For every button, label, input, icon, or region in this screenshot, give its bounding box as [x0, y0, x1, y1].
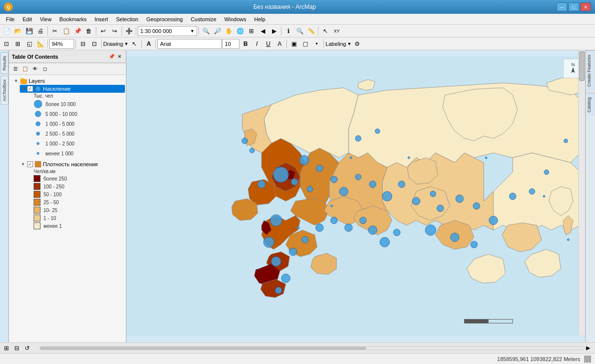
menu-windows[interactable]: Windows [220, 15, 250, 23]
menu-selection[interactable]: Selection [112, 15, 142, 23]
tb2-btn1[interactable]: ⊡ [1, 38, 12, 49]
layer2-checkbox[interactable] [27, 161, 33, 167]
redo-button[interactable]: ↪ [109, 26, 120, 36]
zoom-out-button[interactable]: 🔎 [212, 26, 223, 36]
labeling-dropdown[interactable]: ▼ [347, 41, 352, 46]
svg-point-86 [356, 136, 361, 142]
minimize-button[interactable]: – [556, 2, 567, 11]
labeling-label: Labeling [325, 41, 346, 47]
copy-button[interactable]: 📋 [61, 26, 72, 36]
data-view-btn[interactable]: ⊟ [12, 344, 21, 353]
main-area: Results ArcToolbox Table Of Contents 📌 ✕… [0, 50, 595, 342]
layer2-header[interactable]: ▼ Плотность населения [20, 160, 125, 168]
zoom-in-button[interactable]: 🔍 [200, 26, 211, 36]
menu-insert[interactable]: Insert [90, 15, 112, 23]
svg-point-74 [275, 287, 282, 294]
layout-view-btn[interactable]: ⊞ [2, 344, 11, 353]
measure-button[interactable]: 📏 [306, 26, 317, 36]
russia-regions [126, 56, 585, 336]
close-button[interactable]: ✕ [580, 2, 591, 11]
toc-pin-button[interactable]: 📌 [108, 53, 115, 60]
italic-btn[interactable]: I [251, 38, 262, 49]
drawing-label: Drawing [103, 41, 123, 47]
toc-close-button[interactable]: ✕ [116, 53, 123, 60]
print-button[interactable]: 🖨 [35, 26, 46, 36]
select-button[interactable]: ↖ [320, 26, 331, 36]
toc-display-btn[interactable]: 👁 [31, 65, 40, 73]
extent-buttons[interactable]: ⊞ [246, 26, 257, 36]
underline-btn[interactable]: U [263, 38, 274, 49]
text-btn[interactable]: A [143, 38, 154, 49]
new-button[interactable]: 📄 [1, 26, 12, 36]
paste-button[interactable]: 📌 [72, 26, 83, 36]
menu-customize[interactable]: Customize [187, 15, 220, 23]
pan-button[interactable]: ✋ [223, 26, 234, 36]
bold-btn[interactable]: B [240, 38, 251, 49]
toc-selection-btn[interactable]: ◻ [40, 65, 49, 73]
outline-btn[interactable]: ▢ [300, 38, 311, 49]
font-color-btn[interactable]: A [274, 38, 285, 49]
font-input[interactable] [158, 39, 222, 49]
svg-point-81 [368, 226, 377, 235]
menu-edit[interactable]: Edit [19, 15, 36, 23]
tb2-btn5[interactable]: ⊟ [78, 38, 88, 49]
identify-button[interactable]: ℹ [283, 26, 294, 36]
globe-view-btn[interactable]: ↺ [23, 344, 32, 353]
svg-rect-0 [21, 79, 27, 84]
scroll-right-btn[interactable]: ▶ [586, 345, 593, 351]
create-features-tab[interactable]: Create Features [586, 50, 595, 91]
find-button[interactable]: 🔍 [294, 26, 305, 36]
toc-controls: 📌 ✕ [108, 53, 123, 60]
maximize-button[interactable]: □ [568, 2, 579, 11]
density-color-6 [34, 215, 40, 221]
status-resize-grip[interactable] [584, 356, 591, 363]
tb2-btn4[interactable]: 📐 [35, 38, 46, 49]
tb2-btn6[interactable]: ⊡ [89, 38, 100, 49]
svg-point-2 [36, 86, 40, 91]
toc-list-btn[interactable]: ☰ [11, 65, 20, 73]
map-area[interactable]: N [126, 50, 585, 342]
layers-label: Layers [29, 78, 45, 84]
scale-input[interactable]: 1:30 000 000 ▼ [138, 26, 197, 36]
menu-geoprocessing[interactable]: Geoprocessing [142, 15, 187, 23]
save-button[interactable]: 💾 [24, 26, 35, 36]
menu-bookmarks[interactable]: Bookmarks [55, 15, 90, 23]
xy-button[interactable]: XY [331, 26, 342, 36]
zoom-input[interactable] [49, 39, 74, 49]
results-tab[interactable]: Results [0, 52, 8, 74]
catalog-tab[interactable]: Catalog [586, 93, 595, 116]
layer1-checkbox[interactable] [27, 86, 33, 92]
map-scrollbar-thumb-v[interactable] [579, 51, 585, 81]
cut-button[interactable]: ✂ [49, 26, 60, 36]
layers-header[interactable]: ▼ Layers [13, 77, 125, 85]
map-scrollbar-vertical[interactable] [578, 50, 585, 335]
menu-file[interactable]: File [2, 15, 19, 23]
tb2-btn3[interactable]: ◱ [24, 38, 35, 49]
add-data-button[interactable]: ➕ [123, 26, 134, 36]
density-label-3: 50 - 100 [43, 192, 62, 197]
toc-source-btn[interactable]: 📋 [21, 65, 30, 73]
drawing-dropdown[interactable]: ▼ [124, 41, 128, 46]
scale-dropdown-icon[interactable]: ▼ [190, 29, 195, 34]
fontsize-input[interactable] [222, 39, 239, 49]
arctoolbox-tab[interactable]: ArcToolbox [0, 76, 8, 105]
cursor-btn[interactable]: ↖ [129, 38, 140, 49]
horizontal-scrollbar[interactable] [40, 346, 585, 350]
delete-button[interactable]: 🗑 [83, 26, 94, 36]
back-button[interactable]: ◀ [257, 26, 268, 36]
point-btn[interactable]: • [311, 38, 322, 49]
fill-btn[interactable]: ▣ [288, 38, 299, 49]
labeling-opts-btn[interactable]: ⚙ [352, 38, 363, 49]
status-bar: 1858595,961 1093822,822 Meters [0, 353, 595, 364]
legend-row-5: 1 000 - 2 500 [34, 139, 125, 148]
open-button[interactable]: 📂 [12, 26, 23, 36]
undo-button[interactable]: ↩ [98, 26, 109, 36]
globe-button[interactable]: 🌐 [235, 26, 245, 36]
forward-button[interactable]: ▶ [269, 26, 279, 36]
menu-view[interactable]: View [36, 15, 56, 23]
svg-rect-1 [21, 78, 24, 80]
tb2-btn2[interactable]: ⊞ [12, 38, 23, 49]
menu-help[interactable]: Help [250, 15, 270, 23]
sep3 [121, 27, 122, 36]
layer1-header[interactable]: ▼ Население [20, 85, 125, 93]
